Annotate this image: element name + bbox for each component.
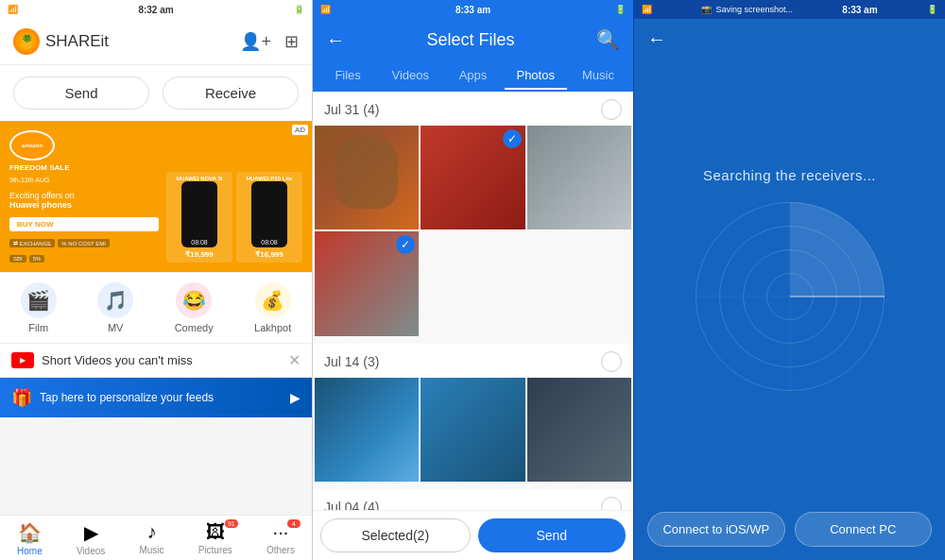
app-name: SHAREit: [45, 32, 109, 51]
photo-jul14-1[interactable]: [315, 378, 419, 482]
personalize-text: Tap here to personalize your feeds: [40, 391, 283, 404]
photo-jul14-2[interactable]: [421, 378, 524, 482]
ad-label: AD: [292, 125, 308, 135]
app-header: 🍍 SHAREit 👤+ ⊞: [0, 19, 312, 65]
tab-music[interactable]: Music: [567, 60, 629, 90]
search-button[interactable]: 🔍: [596, 28, 620, 51]
panel-shareit: 📶 8:32 am 🔋 🍍 SHAREit 👤+ ⊞ Send Receive …: [0, 0, 312, 560]
section-jul31: Jul 31 (4) ✓: [313, 92, 633, 336]
photo-jul31-2[interactable]: ✓: [421, 126, 524, 229]
select-files-title: Select Files: [426, 30, 514, 50]
nav-home[interactable]: 🏠 Home: [17, 521, 43, 556]
comedy-icon: 😂: [176, 282, 212, 318]
videos-icon: ▶: [84, 521, 98, 544]
personalize-banner[interactable]: 🎁 Tap here to personalize your feeds ▶: [0, 378, 312, 417]
selected-checkmark-2: ✓: [503, 129, 522, 148]
radar-area: Searching the receivers...: [634, 59, 945, 499]
nav-videos[interactable]: ▶ Videos: [77, 521, 105, 556]
photos-grid-jul31: ✓ ✓: [313, 126, 633, 336]
photo-jul31-3[interactable]: [527, 126, 631, 229]
short-videos-text: Short Videos you can't miss: [42, 353, 281, 367]
battery-icons: 🔋: [294, 5, 304, 14]
lakhpot-icon: 💰: [255, 282, 291, 318]
receive-button[interactable]: Receive: [163, 76, 299, 110]
tab-apps[interactable]: Apps: [441, 60, 504, 90]
connect-ios-button[interactable]: Connect to iOS/WP: [647, 512, 785, 547]
nav-music[interactable]: ♪ Music: [139, 521, 163, 556]
freedom-sale-text: FREEDOM SALE: [9, 164, 159, 173]
phone-img-2: 08:08: [251, 181, 287, 247]
phone-img-1: 08:08: [181, 181, 217, 247]
section-jul04: Jul 04 (4) 📷 29 🖼 2924: [313, 489, 633, 510]
videos-label: Videos: [77, 546, 105, 556]
receiver-header: ←: [634, 19, 945, 59]
select-all-jul31[interactable]: [601, 99, 622, 120]
battery-icons-3: 🔋: [927, 5, 937, 14]
files-content: Jul 31 (4) ✓: [313, 92, 633, 510]
select-all-jul04[interactable]: [601, 497, 622, 510]
send-button[interactable]: Send: [13, 76, 149, 110]
action-buttons: Send Receive: [0, 65, 312, 121]
select-files-header: ← Select Files 🔍: [313, 19, 633, 60]
send-button-panel2[interactable]: Send: [478, 518, 627, 552]
ad-badges: ⇄ EXCHANGE % NO COST EMI: [9, 239, 159, 247]
pictures-badge: 91: [225, 519, 238, 528]
date-header-jul04: Jul 04 (4): [313, 489, 633, 510]
emi-badge: % NO COST EMI: [58, 239, 110, 247]
pictures-label: Pictures: [198, 545, 232, 555]
phone-card-1: HUAWEI NOVA 3i 08:08 ₹19,999: [166, 172, 232, 263]
category-mv[interactable]: 🎵 MV: [97, 282, 133, 333]
add-friend-icon[interactable]: 👤+: [240, 31, 271, 52]
category-comedy[interactable]: 😂 Comedy: [175, 282, 214, 333]
ad-dates: 9th-12th AUG: [9, 177, 159, 183]
tab-videos[interactable]: Videos: [379, 60, 441, 90]
photo-jul31-1[interactable]: [315, 126, 419, 229]
selected-button[interactable]: Selected(2): [320, 518, 471, 552]
gift-icon: 🎁: [11, 387, 32, 408]
film-icon: 🎬: [21, 282, 57, 318]
lakhpot-label: Lakhpot: [254, 322, 291, 333]
home-icon: 🏠: [18, 521, 42, 544]
ad-left: amazon FREEDOM SALE 9th-12th AUG Excitin…: [9, 130, 159, 263]
buy-now-button[interactable]: BUY NOW: [9, 217, 159, 231]
signal-icons-3: 📶: [642, 5, 652, 14]
date-label-jul14: Jul 14 (3): [324, 354, 379, 369]
close-short-videos[interactable]: ✕: [288, 351, 301, 369]
section-jul14: Jul 14 (3): [313, 344, 633, 482]
searching-text: Searching the receivers...: [703, 167, 876, 183]
status-bar-2: 📶 8:33 am 🔋: [313, 0, 633, 19]
pictures-icon: 🖼: [206, 521, 225, 543]
tab-files[interactable]: Files: [317, 60, 379, 90]
film-label: Film: [28, 322, 48, 333]
status-bar-3: 📶 📸 Saving screenshot... 8:33 am 🔋: [634, 0, 945, 19]
time-3: 8:33 am: [842, 5, 877, 15]
others-label: Others: [266, 545, 295, 555]
category-lakhpot[interactable]: 💰 Lakhpot: [254, 282, 291, 333]
bank-badges: SBI 5%: [9, 255, 159, 263]
nav-others[interactable]: ··· Others 4: [266, 521, 295, 556]
others-icon: ···: [273, 521, 289, 543]
ad-banner: amazon FREEDOM SALE 9th-12th AUG Excitin…: [0, 121, 312, 272]
category-row: 🎬 Film 🎵 MV 😂 Comedy 💰 Lakhpot: [0, 272, 312, 344]
app-logo: 🍍 SHAREit: [13, 28, 109, 55]
mv-label: MV: [108, 322, 124, 333]
battery-icons-2: 🔋: [615, 5, 626, 14]
screenshot-icon: 📸: [701, 5, 712, 14]
photo-jul14-3[interactable]: [527, 378, 631, 482]
home-label: Home: [17, 546, 43, 556]
category-film[interactable]: 🎬 Film: [21, 282, 57, 333]
music-icon: ♪: [146, 521, 156, 543]
amazon-badge: amazon: [9, 130, 55, 161]
nav-pictures[interactable]: 🖼 Pictures 91: [198, 521, 232, 556]
comedy-label: Comedy: [175, 322, 214, 333]
photo-jul31-4[interactable]: ✓: [315, 231, 419, 335]
tab-photos[interactable]: Photos: [505, 60, 567, 90]
connect-pc-button[interactable]: Connect PC: [795, 512, 933, 547]
back-button[interactable]: ←: [326, 29, 345, 51]
signal-icons-2: 📶: [320, 5, 331, 14]
grid-icon[interactable]: ⊞: [284, 31, 299, 52]
radar-container: [696, 202, 885, 391]
date-header-jul31: Jul 31 (4): [313, 92, 633, 126]
select-all-jul14[interactable]: [601, 351, 622, 372]
receiver-back-button[interactable]: ←: [647, 28, 666, 50]
